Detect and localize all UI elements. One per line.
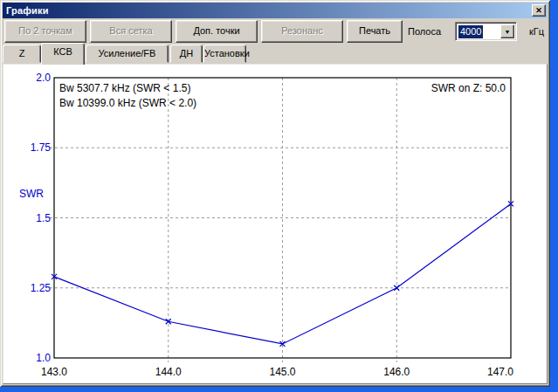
tab-settings[interactable]: Установки [203, 45, 246, 63]
impedance-note: SWR on Z: 50.0 [431, 82, 506, 94]
unit-label: кГц [529, 20, 544, 43]
tab-ksv[interactable]: КСВ [41, 43, 85, 65]
close-button[interactable]: ✕ [532, 4, 546, 17]
tab-gain-fb[interactable]: Усиление/FB [86, 45, 169, 63]
bandwidth-annotation-1: Bw 5307.7 kHz (SWR < 1.5) [59, 82, 190, 94]
band-combobox[interactable]: 4000 ▼ [455, 22, 517, 41]
x-tick-label: 143.0 [41, 366, 67, 378]
by-2-points-button[interactable]: По 2 точкам [4, 20, 86, 43]
resonance-button[interactable]: Резонанс [261, 20, 343, 43]
tab-dn[interactable]: ДН [170, 45, 203, 63]
y-tick-label: 2.0 [36, 72, 51, 84]
y-tick-label: 1.5 [36, 212, 51, 224]
band-value[interactable]: 4000 [458, 25, 483, 38]
tab-z[interactable]: Z [3, 45, 41, 63]
swr-chart: 1.01.251.51.752.0SWR143.0144.0145.0146.0… [3, 65, 547, 383]
tab-bar: Z КСВ Усиление/FB ДН Установки [3, 43, 544, 65]
swr-chart-panel: 1.01.251.51.752.0SWR143.0144.0145.0146.0… [3, 64, 548, 384]
desktop-background: { "window": { "title": "Графики" }, "ico… [0, 0, 558, 392]
x-tick-label: 145.0 [269, 366, 295, 378]
titlebar[interactable]: Графики ✕ [3, 3, 548, 18]
graphs-window: Графики ✕ По 2 точкам Вся сетка Доп. точ… [0, 0, 550, 387]
x-tick-label: 147.0 [487, 366, 513, 378]
whole-grid-button[interactable]: Вся сетка [90, 20, 172, 43]
dropdown-button[interactable]: ▼ [500, 24, 514, 38]
print-button[interactable]: Печать [347, 20, 403, 43]
extra-points-button[interactable]: Доп. точки [176, 20, 258, 43]
x-tick-label: 144.0 [155, 366, 182, 378]
window-title: Графики [3, 5, 49, 16]
bandwidth-annotation-2: Bw 10399.0 kHz (SWR < 2.0) [59, 97, 196, 109]
x-tick-label: 146.0 [383, 366, 410, 378]
chevron-down-icon: ▼ [505, 29, 511, 35]
band-label: Полоса [408, 20, 441, 43]
y-tick-label: 1.75 [31, 141, 52, 154]
y-tick-label: 1.25 [31, 282, 52, 294]
y-axis-title: SWR [19, 188, 44, 200]
close-icon: ✕ [535, 7, 542, 15]
y-tick-label: 1.0 [36, 352, 51, 364]
